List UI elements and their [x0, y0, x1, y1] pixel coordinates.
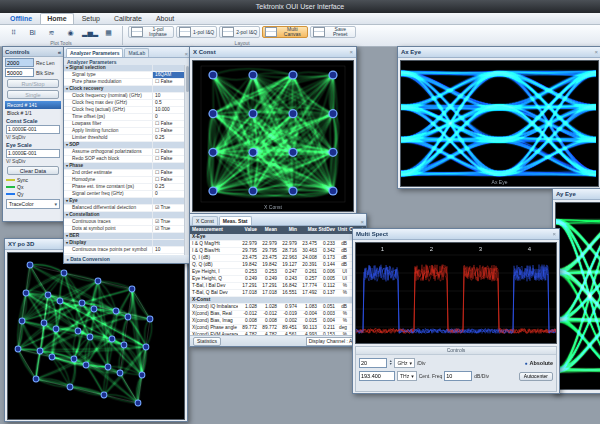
- property-row[interactable]: Limiter threshold 0.25: [64, 135, 185, 142]
- close-icon[interactable]: ×: [552, 231, 556, 237]
- eye-diagram-button[interactable]: ≋: [43, 26, 60, 39]
- tab-x-const[interactable]: X Const: [192, 216, 218, 225]
- property-row[interactable]: Time offset (ps) 0: [64, 114, 185, 121]
- run-stop-button[interactable]: Run/Stop: [7, 79, 59, 88]
- property-row[interactable]: Clock freq max dev (GHz) 0.5: [64, 100, 185, 107]
- property-row[interactable]: Redo SOP each block False: [64, 156, 185, 163]
- multi-grid-button[interactable]: ▦: [100, 26, 117, 39]
- property-row[interactable]: Clock recovery: [64, 86, 185, 93]
- property-row[interactable]: Clock freq (actual) (GHz) 10.000: [64, 107, 185, 114]
- property-row[interactable]: Apply limiting function False: [64, 128, 185, 135]
- spinner[interactable]: ▲ ▼: [389, 360, 392, 367]
- property-row[interactable]: Signal type 16QAM: [64, 72, 185, 79]
- const-scale-value[interactable]: 1.0000E-001: [6, 125, 60, 134]
- rec-len-input[interactable]: [5, 58, 34, 67]
- property-row[interactable]: Lowpass filter False: [64, 121, 185, 128]
- layout-1pol-iq-button[interactable]: 1-pol I&Q: [176, 26, 217, 38]
- save-preset-button[interactable]: Save Preset: [310, 26, 356, 38]
- menu-item[interactable]: Setup: [76, 14, 106, 24]
- menu-item[interactable]: About: [150, 14, 180, 24]
- property-label: Time offset (ps): [64, 114, 152, 120]
- property-row[interactable]: Signal selection: [64, 65, 185, 72]
- property-label: Clock frequency (nominal) (GHz): [64, 93, 152, 99]
- layout-1pol-inphase-button[interactable]: 1-pol Inphase: [128, 26, 174, 38]
- db-div-input[interactable]: [444, 371, 472, 381]
- property-row[interactable]: Phase est. time constant (ps) 0.25: [64, 184, 185, 191]
- close-icon[interactable]: ×: [349, 49, 353, 55]
- measurement-row[interactable]: T-Bal, I Bal Dev 17.291 17.291 16.842 17…: [190, 283, 366, 290]
- tab-matlab[interactable]: MatLab: [124, 48, 149, 57]
- measurement-row[interactable]: X-Eye: [190, 234, 366, 241]
- property-row[interactable]: Eye: [64, 198, 185, 205]
- measurement-row[interactable]: I & Q Bias/Ht 29.795 29.795 28.716 30.46…: [190, 248, 366, 255]
- measurement-row[interactable]: Q, Q (dB) 19.842 19.842 19.127 20.391 0.…: [190, 262, 366, 269]
- chevron-down-icon: ▾: [411, 372, 414, 380]
- measurement-row[interactable]: X(cond) Bias, Real -0.012 -0.012 -0.019 …: [190, 311, 366, 318]
- property-row[interactable]: Dots at symbol point True: [64, 226, 185, 233]
- spectrum-plot[interactable]: [356, 243, 556, 343]
- property-label: Clock freq max dev (GHz): [64, 100, 152, 106]
- legend-item[interactable]: Qy: [6, 191, 60, 197]
- ghz-div-input[interactable]: [359, 358, 387, 368]
- property-row[interactable]: 2nd order estimate False: [64, 170, 185, 177]
- property-row[interactable]: SOP: [64, 142, 185, 149]
- single-button[interactable]: Single: [7, 90, 59, 99]
- menu-item[interactable]: Calibrate: [108, 14, 148, 24]
- statistics-button[interactable]: Statistics: [193, 337, 221, 346]
- autocenter-button[interactable]: Autocenter: [519, 372, 553, 381]
- layout-2pol-iq-button[interactable]: 2-pol I&Q: [219, 26, 260, 38]
- poincare-sphere-button[interactable]: ◉: [62, 26, 79, 39]
- measurement-row[interactable]: Eye Height, I 0.253 0.253 0.247 0.261 0.…: [190, 269, 366, 276]
- legend-item[interactable]: Sync: [6, 177, 60, 183]
- ax-eye-plot[interactable]: [401, 61, 598, 186]
- close-icon[interactable]: ×: [184, 51, 188, 57]
- property-row[interactable]: Phase: [64, 163, 185, 170]
- absolute-radio[interactable]: ● Absolute: [524, 360, 553, 366]
- data-conversion-section[interactable]: Data Conversion: [64, 255, 190, 263]
- close-icon[interactable]: ×: [360, 219, 364, 225]
- measurement-row[interactable]: X(cond) Phase angle 89.772 89.772 89.451…: [190, 325, 366, 332]
- spinner-down-icon[interactable]: ▼: [389, 363, 392, 367]
- measurement-row[interactable]: Q, I (dB) 23.475 23.475 22.963 24.008 0.…: [190, 255, 366, 262]
- measurement-row[interactable]: I & Q Mag/Ht 22.979 22.979 22.979 23.475…: [190, 241, 366, 248]
- eye-scale-value[interactable]: 1.0000E-001: [6, 149, 60, 158]
- collapse-chevron-icon[interactable]: «: [58, 49, 61, 55]
- thz-unit-dropdown[interactable]: THz ▾: [397, 371, 417, 381]
- measurement-row[interactable]: X-Const: [190, 297, 366, 304]
- property-value: 0.5: [152, 100, 185, 106]
- tab-analyzer-parameters[interactable]: Analyzer Parameters: [66, 48, 123, 57]
- constellation-plot[interactable]: [193, 61, 353, 211]
- constellation-plot-button[interactable]: ⠿: [5, 26, 22, 39]
- property-row[interactable]: Homodyne False: [64, 177, 185, 184]
- xy-3d-plot[interactable]: [8, 253, 184, 419]
- legend-item[interactable]: Qx: [6, 184, 60, 190]
- ay-eye-plot[interactable]: [556, 203, 600, 389]
- blk-size-input[interactable]: [5, 68, 34, 77]
- property-row[interactable]: Balanced differential detection True: [64, 205, 185, 212]
- menu-item[interactable]: Offline: [4, 14, 38, 24]
- close-icon[interactable]: ×: [594, 49, 598, 55]
- property-row[interactable]: Constellation: [64, 212, 185, 219]
- property-row[interactable]: Signal center freq (GHz) 0: [64, 191, 185, 198]
- clear-data-button[interactable]: Clear Data: [7, 166, 59, 175]
- tab-meas-stat[interactable]: Meas. Stat: [219, 216, 252, 225]
- property-row[interactable]: BER: [64, 233, 185, 240]
- measurement-row[interactable]: T-Bal, Q Bal Dev 17.018 17.018 16.551 17…: [190, 290, 366, 297]
- trace-color-dropdown[interactable]: TraceColor ▾: [6, 199, 60, 209]
- property-row[interactable]: Pure phase modulation False: [64, 79, 185, 86]
- property-row[interactable]: Assume orthogonal polarizations False: [64, 149, 185, 156]
- cent-freq-input[interactable]: [359, 371, 395, 381]
- spectrum-plot-button[interactable]: ▂▅▂: [81, 26, 98, 39]
- multi-canvas-button[interactable]: Multi Canvas: [262, 26, 308, 38]
- measurement-row[interactable]: X(cond) Bias, Imag 0.008 0.008 0.002 0.0…: [190, 318, 366, 325]
- menu-item[interactable]: Home: [40, 13, 73, 24]
- property-row[interactable]: Clock frequency (nominal) (GHz) 10: [64, 93, 185, 100]
- property-value: 10: [152, 247, 185, 253]
- measurement-row[interactable]: Eye Height, Q 0.249 0.249 0.243 0.257 0.…: [190, 276, 366, 283]
- bit-pattern-button[interactable]: Bi: [24, 26, 41, 39]
- property-row[interactable]: Continuous trace points per symbol 10: [64, 247, 185, 254]
- measurement-row[interactable]: X(cond) IQ Imbalance 1.028 1.028 0.974 1…: [190, 304, 366, 311]
- property-row[interactable]: Display: [64, 240, 185, 247]
- ghz-unit-dropdown[interactable]: GHz ▾: [394, 358, 415, 368]
- property-row[interactable]: Continuous traces True: [64, 219, 185, 226]
